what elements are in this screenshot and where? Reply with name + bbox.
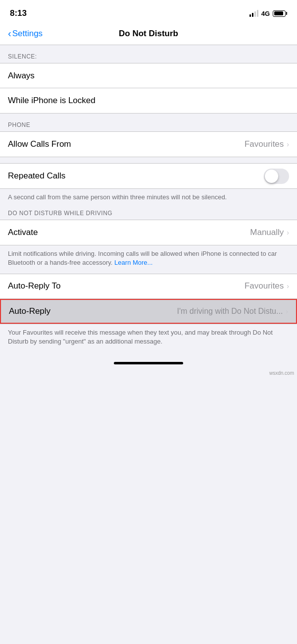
allow-calls-label: Allow Calls From bbox=[8, 139, 245, 149]
activate-label: Activate bbox=[8, 228, 250, 237]
phone-section-header: PHONE bbox=[0, 114, 297, 131]
auto-reply-footer: Your Favourites will receive this messag… bbox=[0, 324, 297, 354]
phone-group: Allow Calls From Favourites › bbox=[0, 131, 297, 157]
battery-icon bbox=[273, 10, 287, 17]
home-bar bbox=[114, 362, 183, 364]
dnd-driving-header: DO NOT DISTURB WHILE DRIVING bbox=[0, 202, 297, 220]
activate-row[interactable]: Activate Manually › bbox=[0, 220, 297, 245]
gap-before-repeated bbox=[0, 157, 297, 163]
allow-calls-row[interactable]: Allow Calls From Favourites › bbox=[0, 132, 297, 157]
chevron-right-icon: › bbox=[287, 229, 289, 236]
chevron-right-icon: › bbox=[286, 307, 288, 315]
back-label: Settings bbox=[12, 29, 43, 39]
repeated-calls-info: A second call from the same person withi… bbox=[0, 189, 297, 202]
auto-reply-value: I'm driving with Do Not Distu... bbox=[177, 307, 283, 316]
chevron-right-icon: › bbox=[287, 140, 289, 148]
repeated-calls-row: Repeated Calls bbox=[0, 164, 297, 188]
status-bar: 8:13 4G bbox=[0, 0, 297, 25]
activate-value: Manually bbox=[250, 228, 284, 237]
repeated-calls-toggle[interactable] bbox=[264, 169, 289, 184]
while-locked-row[interactable]: While iPhone is Locked bbox=[0, 88, 297, 113]
auto-reply-group: Auto-Reply To Favourites › Auto-Reply I'… bbox=[0, 274, 297, 324]
dnd-driving-info: Limit notifications while driving. Incom… bbox=[0, 245, 297, 267]
auto-reply-to-label: Auto-Reply To bbox=[8, 281, 245, 291]
home-indicator bbox=[0, 354, 297, 369]
silence-section-header: SILENCE: bbox=[0, 45, 297, 63]
watermark: wsxdn.com bbox=[0, 369, 297, 377]
signal-icon bbox=[249, 10, 258, 17]
auto-reply-label: Auto-Reply bbox=[9, 306, 177, 316]
always-row[interactable]: Always bbox=[0, 63, 297, 88]
dnd-driving-group: Activate Manually › bbox=[0, 220, 297, 245]
allow-calls-value: Favourites bbox=[245, 139, 284, 149]
learn-more-link[interactable]: Learn More... bbox=[114, 259, 152, 266]
status-time: 8:13 bbox=[10, 8, 27, 18]
always-label: Always bbox=[8, 71, 289, 81]
status-icons: 4G bbox=[249, 10, 287, 17]
chevron-right-icon: › bbox=[287, 282, 289, 290]
dnd-driving-label: DO NOT DISTURB WHILE DRIVING bbox=[8, 210, 112, 217]
back-button[interactable]: ‹ Settings bbox=[8, 28, 43, 39]
repeated-calls-group: Repeated Calls bbox=[0, 163, 297, 189]
phone-label: PHONE bbox=[8, 121, 30, 128]
network-type: 4G bbox=[261, 10, 270, 17]
silence-label: SILENCE: bbox=[8, 53, 37, 60]
repeated-calls-label: Repeated Calls bbox=[8, 171, 264, 181]
silence-group: Always While iPhone is Locked bbox=[0, 63, 297, 114]
auto-reply-to-row[interactable]: Auto-Reply To Favourites › bbox=[0, 274, 297, 299]
chevron-left-icon: ‹ bbox=[8, 28, 11, 39]
while-locked-label: While iPhone is Locked bbox=[8, 96, 289, 106]
page-title: Do Not Disturb bbox=[119, 29, 178, 39]
auto-reply-row[interactable]: Auto-Reply I'm driving with Do Not Distu… bbox=[0, 299, 297, 324]
gap-before-auto-reply bbox=[0, 268, 297, 274]
auto-reply-to-value: Favourites bbox=[245, 281, 284, 291]
nav-bar: ‹ Settings Do Not Disturb bbox=[0, 25, 297, 45]
toggle-knob bbox=[265, 170, 278, 183]
